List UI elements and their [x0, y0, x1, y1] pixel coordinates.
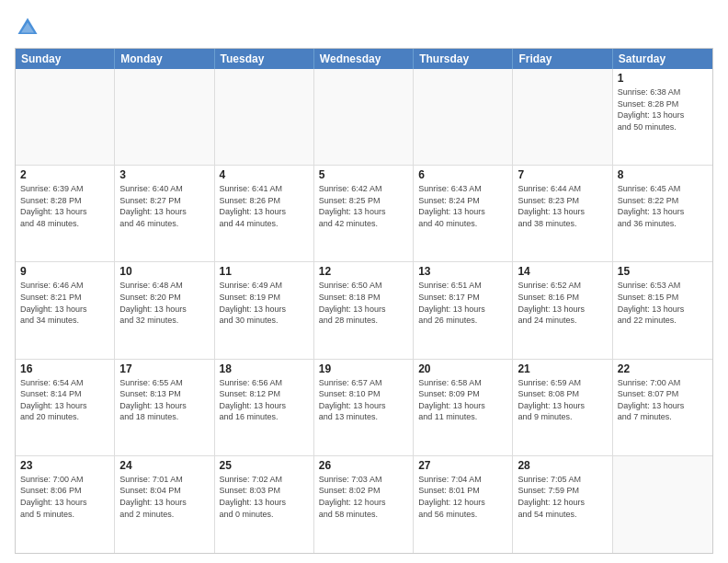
day-number: 26: [319, 459, 408, 472]
day-info: Sunrise: 6:52 AM Sunset: 8:16 PM Dayligh…: [518, 280, 607, 326]
page: SundayMondayTuesdayWednesdayThursdayFrid…: [0, 0, 728, 563]
day-info: Sunrise: 7:05 AM Sunset: 7:59 PM Dayligh…: [518, 474, 607, 520]
day-info: Sunrise: 6:41 AM Sunset: 8:26 PM Dayligh…: [220, 183, 309, 229]
day-info: Sunrise: 6:39 AM Sunset: 8:28 PM Dayligh…: [20, 183, 109, 229]
day-number: 21: [518, 362, 607, 375]
day-number: 5: [319, 168, 408, 181]
calendar-cell: 15Sunrise: 6:53 AM Sunset: 8:15 PM Dayli…: [613, 262, 712, 358]
logo: [15, 15, 42, 40]
calendar-cell: 3Sunrise: 6:40 AM Sunset: 8:27 PM Daylig…: [115, 166, 214, 261]
calendar-cell: 20Sunrise: 6:58 AM Sunset: 8:09 PM Dayli…: [414, 360, 513, 455]
day-info: Sunrise: 6:46 AM Sunset: 8:21 PM Dayligh…: [20, 280, 109, 326]
day-number: 3: [119, 168, 209, 181]
day-info: Sunrise: 6:57 AM Sunset: 8:10 PM Dayligh…: [319, 377, 408, 423]
day-info: Sunrise: 6:38 AM Sunset: 8:28 PM Dayligh…: [618, 86, 708, 132]
day-info: Sunrise: 7:00 AM Sunset: 8:06 PM Dayligh…: [20, 474, 109, 520]
day-number: 17: [119, 362, 209, 375]
day-info: Sunrise: 6:54 AM Sunset: 8:14 PM Dayligh…: [20, 377, 109, 423]
day-info: Sunrise: 6:48 AM Sunset: 8:20 PM Dayligh…: [119, 280, 209, 326]
logo-icon: [15, 15, 40, 40]
day-info: Sunrise: 7:03 AM Sunset: 8:02 PM Dayligh…: [319, 474, 408, 520]
day-number: 22: [618, 362, 708, 375]
day-info: Sunrise: 6:43 AM Sunset: 8:24 PM Dayligh…: [418, 183, 507, 229]
calendar-cell: 18Sunrise: 6:56 AM Sunset: 8:12 PM Dayli…: [215, 360, 314, 455]
calendar-week: 9Sunrise: 6:46 AM Sunset: 8:21 PM Daylig…: [16, 262, 712, 359]
day-number: 20: [418, 362, 507, 375]
day-info: Sunrise: 6:58 AM Sunset: 8:09 PM Dayligh…: [418, 377, 507, 423]
day-info: Sunrise: 6:49 AM Sunset: 8:19 PM Dayligh…: [220, 280, 309, 326]
day-number: 8: [618, 168, 708, 181]
calendar: SundayMondayTuesdayWednesdayThursdayFrid…: [15, 48, 713, 554]
weekday-header: Tuesday: [215, 49, 314, 69]
calendar-cell: 1Sunrise: 6:38 AM Sunset: 8:28 PM Daylig…: [613, 69, 712, 165]
calendar-cell: [115, 69, 214, 165]
calendar-cell: 7Sunrise: 6:44 AM Sunset: 8:23 PM Daylig…: [513, 166, 612, 261]
day-number: 11: [220, 265, 309, 278]
calendar-cell: 23Sunrise: 7:00 AM Sunset: 8:06 PM Dayli…: [16, 456, 115, 553]
day-info: Sunrise: 6:55 AM Sunset: 8:13 PM Dayligh…: [119, 377, 209, 423]
calendar-cell: 10Sunrise: 6:48 AM Sunset: 8:20 PM Dayli…: [115, 262, 214, 358]
day-info: Sunrise: 7:04 AM Sunset: 8:01 PM Dayligh…: [418, 474, 507, 520]
day-number: 13: [418, 265, 507, 278]
calendar-cell: 11Sunrise: 6:49 AM Sunset: 8:19 PM Dayli…: [215, 262, 314, 358]
calendar-week: 16Sunrise: 6:54 AM Sunset: 8:14 PM Dayli…: [16, 360, 712, 456]
calendar-header: SundayMondayTuesdayWednesdayThursdayFrid…: [16, 49, 712, 69]
calendar-cell: 25Sunrise: 7:02 AM Sunset: 8:03 PM Dayli…: [215, 456, 314, 553]
day-number: 19: [319, 362, 408, 375]
day-info: Sunrise: 6:53 AM Sunset: 8:15 PM Dayligh…: [618, 280, 708, 326]
day-info: Sunrise: 6:59 AM Sunset: 8:08 PM Dayligh…: [518, 377, 607, 423]
calendar-cell: 19Sunrise: 6:57 AM Sunset: 8:10 PM Dayli…: [314, 360, 414, 455]
calendar-cell: 14Sunrise: 6:52 AM Sunset: 8:16 PM Dayli…: [513, 262, 612, 358]
day-info: Sunrise: 7:01 AM Sunset: 8:04 PM Dayligh…: [119, 474, 209, 520]
weekday-header: Monday: [115, 49, 214, 69]
calendar-week: 23Sunrise: 7:00 AM Sunset: 8:06 PM Dayli…: [16, 456, 712, 553]
calendar-cell: [215, 69, 314, 165]
day-number: 18: [220, 362, 309, 375]
day-number: 1: [618, 72, 708, 85]
day-info: Sunrise: 7:00 AM Sunset: 8:07 PM Dayligh…: [618, 377, 708, 423]
day-info: Sunrise: 6:45 AM Sunset: 8:22 PM Dayligh…: [618, 183, 708, 229]
calendar-cell: [513, 69, 612, 165]
day-info: Sunrise: 6:42 AM Sunset: 8:25 PM Dayligh…: [319, 183, 408, 229]
calendar-cell: 2Sunrise: 6:39 AM Sunset: 8:28 PM Daylig…: [16, 166, 115, 261]
calendar-cell: 22Sunrise: 7:00 AM Sunset: 8:07 PM Dayli…: [613, 360, 712, 455]
day-number: 25: [220, 459, 309, 472]
day-number: 24: [119, 459, 209, 472]
calendar-week: 2Sunrise: 6:39 AM Sunset: 8:28 PM Daylig…: [16, 166, 712, 262]
calendar-cell: 5Sunrise: 6:42 AM Sunset: 8:25 PM Daylig…: [314, 166, 414, 261]
calendar-cell: 17Sunrise: 6:55 AM Sunset: 8:13 PM Dayli…: [115, 360, 214, 455]
day-number: 10: [119, 265, 209, 278]
calendar-cell: 16Sunrise: 6:54 AM Sunset: 8:14 PM Dayli…: [16, 360, 115, 455]
day-info: Sunrise: 7:02 AM Sunset: 8:03 PM Dayligh…: [220, 474, 309, 520]
weekday-header: Thursday: [414, 49, 513, 69]
calendar-cell: [414, 69, 513, 165]
calendar-cell: [314, 69, 414, 165]
day-number: 2: [20, 168, 109, 181]
calendar-cell: 28Sunrise: 7:05 AM Sunset: 7:59 PM Dayli…: [513, 456, 612, 553]
calendar-cell: 27Sunrise: 7:04 AM Sunset: 8:01 PM Dayli…: [414, 456, 513, 553]
calendar-cell: 26Sunrise: 7:03 AM Sunset: 8:02 PM Dayli…: [314, 456, 414, 553]
calendar-cell: [16, 69, 115, 165]
calendar-cell: 12Sunrise: 6:50 AM Sunset: 8:18 PM Dayli…: [314, 262, 414, 358]
day-number: 15: [618, 265, 708, 278]
calendar-week: 1Sunrise: 6:38 AM Sunset: 8:28 PM Daylig…: [16, 69, 712, 166]
day-info: Sunrise: 6:40 AM Sunset: 8:27 PM Dayligh…: [119, 183, 209, 229]
calendar-cell: 9Sunrise: 6:46 AM Sunset: 8:21 PM Daylig…: [16, 262, 115, 358]
calendar-cell: 13Sunrise: 6:51 AM Sunset: 8:17 PM Dayli…: [414, 262, 513, 358]
day-info: Sunrise: 6:51 AM Sunset: 8:17 PM Dayligh…: [418, 280, 507, 326]
weekday-header: Wednesday: [314, 49, 414, 69]
day-number: 14: [518, 265, 607, 278]
day-info: Sunrise: 6:44 AM Sunset: 8:23 PM Dayligh…: [518, 183, 607, 229]
day-info: Sunrise: 6:50 AM Sunset: 8:18 PM Dayligh…: [319, 280, 408, 326]
day-number: 23: [20, 459, 109, 472]
calendar-cell: 6Sunrise: 6:43 AM Sunset: 8:24 PM Daylig…: [414, 166, 513, 261]
header: [15, 11, 713, 40]
day-number: 28: [518, 459, 607, 472]
day-number: 16: [20, 362, 109, 375]
day-number: 12: [319, 265, 408, 278]
calendar-cell: 21Sunrise: 6:59 AM Sunset: 8:08 PM Dayli…: [513, 360, 612, 455]
day-number: 4: [220, 168, 309, 181]
weekday-header: Saturday: [613, 49, 712, 69]
day-number: 9: [20, 265, 109, 278]
weekday-header: Sunday: [16, 49, 115, 69]
